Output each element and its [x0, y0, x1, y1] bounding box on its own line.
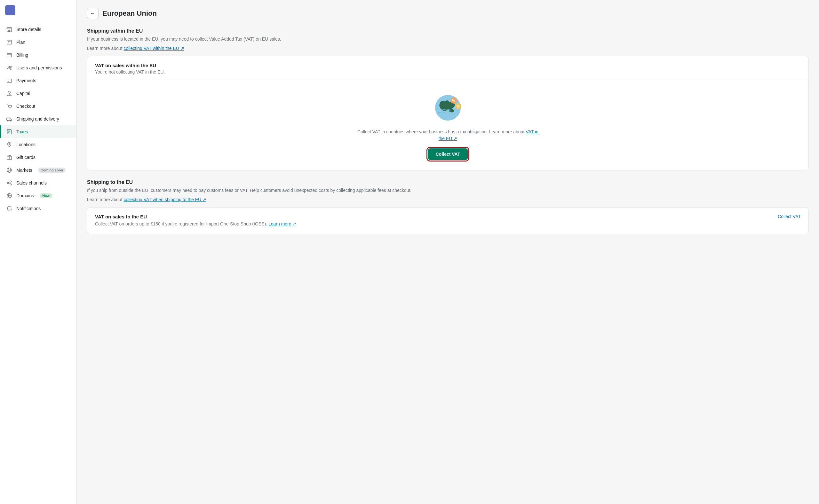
- sidebar-item-label-gift-cards: Gift cards: [16, 155, 35, 160]
- sidebar-item-checkout[interactable]: Checkout: [0, 100, 76, 113]
- vat-to-row-title: VAT on sales to the EU: [95, 214, 296, 219]
- vat-within-card: VAT on sales within the EU You're not co…: [87, 56, 809, 170]
- sidebar-item-label-store-details: Store details: [16, 27, 41, 32]
- sidebar-item-label-taxes: Taxes: [16, 129, 28, 134]
- vat-within-card-body-text: Collect VAT in countries where your busi…: [355, 129, 541, 142]
- sidebar-item-users-permissions[interactable]: Users and permissions: [0, 61, 76, 74]
- back-button[interactable]: ←: [87, 8, 98, 19]
- sidebar-item-plan[interactable]: Plan: [0, 36, 76, 49]
- billing-icon: [6, 52, 12, 58]
- svg-line-32: [9, 183, 10, 184]
- main-content: ← European Union Shipping within the EU …: [77, 0, 819, 504]
- vat-to-card-row-left: VAT on sales to the EU Collect VAT on or…: [95, 214, 296, 227]
- sales-channels-icon: [6, 180, 12, 186]
- vat-to-card-row: VAT on sales to the EU Collect VAT on or…: [87, 208, 808, 234]
- svg-rect-9: [7, 79, 12, 83]
- notifications-icon: [6, 205, 12, 212]
- sidebar-item-label-payments: Payments: [16, 78, 36, 83]
- collect-vat-button[interactable]: Collect VAT: [428, 148, 468, 160]
- svg-point-14: [10, 108, 11, 108]
- vat-within-card-header: VAT on sales within the EU You're not co…: [87, 56, 808, 80]
- learn-more-to-prefix: Learn more about: [87, 197, 123, 202]
- sidebar-item-payments[interactable]: Payments: [0, 74, 76, 87]
- svg-point-13: [9, 108, 9, 108]
- collect-vat-to-link[interactable]: Collect VAT: [778, 214, 801, 219]
- domains-icon: [6, 193, 12, 199]
- learn-more-within-line: Learn more about collecting VAT within t…: [87, 46, 809, 51]
- locations-icon: [6, 141, 12, 148]
- svg-point-7: [8, 66, 10, 68]
- page-title: European Union: [102, 9, 157, 18]
- svg-rect-2: [7, 40, 12, 44]
- svg-line-31: [9, 182, 10, 183]
- sidebar-item-label-plan: Plan: [16, 40, 25, 45]
- svg-rect-11: [8, 81, 9, 82]
- shipping-to-section: Shipping to the EU If you ship from outs…: [87, 179, 809, 234]
- svg-point-22: [9, 143, 10, 145]
- sidebar-item-taxes[interactable]: Taxes: [0, 125, 76, 138]
- sidebar-item-label-capital: Capital: [16, 91, 30, 96]
- page-header: ← European Union: [87, 8, 809, 19]
- sidebar-item-label-sales-channels: Sales channels: [16, 180, 47, 185]
- gift-icon: [6, 154, 12, 161]
- users-icon: [6, 65, 12, 71]
- taxes-icon: [6, 129, 12, 135]
- svg-point-28: [7, 182, 9, 184]
- shipping-within-desc: If your business is located in the EU, y…: [87, 36, 809, 43]
- sidebar-item-capital[interactable]: Capital: [0, 87, 76, 100]
- sidebar-item-shipping[interactable]: Shipping and delivery: [0, 113, 76, 125]
- learn-more-to-line: Learn more about collecting VAT when shi…: [87, 197, 809, 202]
- vat-to-row-desc: Collect VAT on orders up to €150 if you'…: [95, 221, 296, 227]
- globe-illustration: % %: [432, 90, 464, 122]
- sidebar-item-locations[interactable]: Locations: [0, 138, 76, 151]
- sidebar-item-label-markets: Markets: [16, 168, 32, 173]
- sidebar-item-billing[interactable]: Billing: [0, 49, 76, 61]
- vat-to-card: VAT on sales to the EU Collect VAT on or…: [87, 207, 809, 234]
- sidebar-item-label-shipping: Shipping and delivery: [16, 116, 59, 122]
- shipping-to-desc: If you ship from outside the EU, custome…: [87, 187, 809, 194]
- sidebar-item-label-checkout: Checkout: [16, 104, 35, 109]
- shipping-to-title: Shipping to the EU: [87, 179, 809, 185]
- shipping-within-section: Shipping within the EU If your business …: [87, 28, 809, 170]
- svg-point-17: [10, 121, 11, 122]
- domains-badge: New: [40, 193, 52, 198]
- sidebar-item-label-users: Users and permissions: [16, 65, 62, 70]
- svg-point-29: [10, 181, 12, 182]
- sidebar-logo: [5, 5, 15, 15]
- sidebar-item-store-details[interactable]: Store details: [0, 23, 76, 36]
- payments-icon: [6, 77, 12, 84]
- svg-text:%: %: [453, 99, 455, 102]
- sidebar-item-domains[interactable]: Domains New: [0, 189, 76, 202]
- markets-badge: Coming soon: [38, 168, 66, 173]
- vat-within-card-subtitle: You're not collecting VAT in the EU.: [95, 69, 801, 75]
- sidebar-item-label-locations: Locations: [16, 142, 35, 147]
- svg-point-8: [10, 66, 12, 68]
- svg-rect-5: [7, 54, 12, 57]
- learn-more-within-link[interactable]: collecting VAT within the EU ↗: [123, 46, 184, 51]
- learn-more-within-prefix: Learn more about: [87, 46, 123, 51]
- sidebar: Store details Plan Billing Users and per…: [0, 0, 77, 504]
- sidebar-item-sales-channels[interactable]: Sales channels: [0, 177, 76, 189]
- svg-point-16: [7, 121, 8, 122]
- back-arrow-icon: ←: [90, 11, 95, 16]
- markets-icon: [6, 167, 12, 173]
- svg-text:%: %: [457, 105, 460, 108]
- svg-rect-1: [8, 30, 10, 32]
- sidebar-item-notifications[interactable]: Notifications: [0, 202, 76, 215]
- svg-point-30: [10, 184, 12, 185]
- capital-icon: [6, 90, 12, 97]
- sidebar-item-markets[interactable]: Markets Coming soon: [0, 164, 76, 177]
- sidebar-item-gift-cards[interactable]: Gift cards: [0, 151, 76, 164]
- learn-more-to-link[interactable]: collecting VAT when shipping to the EU ↗: [123, 197, 206, 202]
- sidebar-item-label-notifications: Notifications: [16, 206, 41, 211]
- sidebar-item-label-billing: Billing: [16, 52, 28, 58]
- svg-rect-15: [7, 118, 10, 120]
- plan-icon: [6, 39, 12, 45]
- vat-to-card-row-right: Collect VAT: [778, 214, 801, 219]
- ioss-learn-more-link[interactable]: Learn more ↗: [268, 221, 296, 226]
- checkout-icon: [6, 103, 12, 109]
- vat-within-card-body: % % Collect VAT in countries where your …: [87, 80, 808, 170]
- vat-within-card-title: VAT on sales within the EU: [95, 63, 801, 68]
- sidebar-item-label-domains: Domains: [16, 193, 34, 198]
- store-icon: [6, 26, 12, 33]
